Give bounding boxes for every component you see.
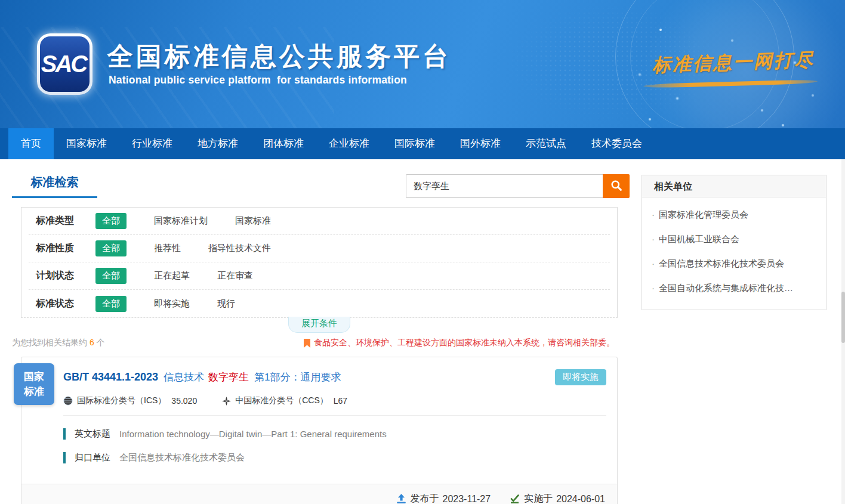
standard-code-link[interactable]: GB/T 43441.1-2023 [63,371,158,384]
nav-item[interactable]: 技术委员会 [579,128,655,159]
standard-title-text[interactable]: 信息技术 [164,370,204,384]
status-badge: 即将实施 [555,369,606,385]
filter-option[interactable]: 正在起草 [154,270,190,282]
related-units-panel: 相关单位 国家标准化管理委员会 中国机械工业联合会 全国信息技术标准化技术委员会… [642,175,827,310]
card-footer: 发布于 2023-11-27 实施于 2024-06-01 [21,484,617,504]
globe-icon [63,396,73,406]
filter-option[interactable]: 国家标准计划 [154,215,208,227]
system-notice-text: 食品安全、环境保护、工程建设方面的国家标准未纳入本系统，请咨询相关部委。 [314,338,615,348]
related-units-list: 国家标准化管理委员会 中国机械工业联合会 全国信息技术标准化技术委员会 全国自动… [642,197,826,310]
filter-label: 标准状态 [36,298,87,310]
implemented-date: 2024-06-01 [556,494,605,504]
related-unit-link[interactable]: 中国机械工业联合会 [652,227,816,252]
filter-option[interactable]: 现行 [217,298,235,310]
field-accent-bar [63,452,66,463]
page: SAC 全国标准信息公共服务平台 National public service… [0,0,845,504]
card-meta-row: 国际标准分类号（ICS） 35.020 [63,395,606,406]
search-icon [610,180,622,193]
ccs-group: 中国标准分类号（CCS） L67 [222,395,347,406]
filter-option[interactable]: 正在审查 [217,270,253,282]
result-count: 6 [90,338,94,347]
nav-item[interactable]: 企业标准 [316,128,382,159]
publish-upload-icon [396,494,406,504]
ics-group: 国际标准分类号（ICS） 35.020 [63,395,197,406]
filter-selected-badge[interactable]: 全部 [95,240,127,256]
field-accent-bar [63,428,66,440]
result-summary-suffix: 个 [97,338,105,347]
site-title: 全国标准信息公共服务平台 [107,39,451,74]
card-divider [63,415,606,416]
section-head: 标准检索 [12,174,619,206]
field-label: 英文标题 [75,428,110,440]
filter-row: 标准类型 全部 国家标准计划 国家标准 [29,208,610,235]
expand-conditions-button[interactable]: 展开条件 [288,317,350,333]
related-unit-link[interactable]: 全国信息技术标准化技术委员会 [652,252,816,276]
page-scrollbar-track[interactable] [841,159,845,504]
bookmark-icon [304,339,310,348]
implemented-label: 实施于 [524,493,553,504]
implemented-info: 实施于 2024-06-01 [510,493,605,504]
sparkle-dots-decoration [659,29,662,31]
search-input[interactable] [406,174,603,198]
filter-box: 展开条件 标准类型 全部 国家标准计划 国家标准 标准性质 全部 推荐性 指导性… [21,207,618,318]
nav-item[interactable]: 首页 [8,128,54,159]
field-row: 归口单位 全国信息技术标准化技术委员会 [63,452,606,463]
related-unit-link[interactable]: 国家标准化管理委员会 [652,203,816,227]
filter-option[interactable]: 即将实施 [154,298,190,310]
related-unit-link[interactable]: 全国自动化系统与集成标准化技… [652,276,816,301]
nav-item[interactable]: 示范试点 [513,128,579,159]
card-fields: 英文标题 Information technology—Digital twin… [63,428,606,463]
filter-row: 标准状态 全部 即将实施 现行 [29,290,610,317]
standard-result-card: 国家 标准 GB/T 43441.1-2023 信息技术 数字孪生 第1部分：通… [21,357,618,504]
filter-row: 标准性质 全部 推荐性 指导性技术文件 [29,235,610,262]
card-body: GB/T 43441.1-2023 信息技术 数字孪生 第1部分：通用要求 即将… [21,357,617,474]
nav-item[interactable]: 国际标准 [382,128,448,159]
search-box [406,174,630,206]
filter-option[interactable]: 国家标准 [235,215,271,227]
filter-label: 标准类型 [36,215,87,227]
sac-logo-inner: SAC [40,36,90,92]
filter-option[interactable]: 推荐性 [154,243,181,254]
implement-check-icon [510,494,520,504]
type-badge-line2: 标准 [24,384,44,400]
site-banner: SAC 全国标准信息公共服务平台 National public service… [0,0,845,128]
filter-label: 标准性质 [36,242,87,255]
search-button[interactable] [603,174,630,198]
filter-option[interactable]: 指导性技术文件 [208,243,271,254]
ics-value: 35.020 [171,396,197,406]
sac-logo-text: SAC [41,51,88,78]
nav-item[interactable]: 国家标准 [54,128,119,159]
standard-title-rest[interactable]: 第1部分：通用要求 [254,370,341,384]
main-column: 标准检索 展开条件 [12,174,619,504]
published-info: 发布于 2023-11-27 [396,493,491,504]
filter-selected-badge[interactable]: 全部 [95,296,127,312]
field-value: Information technology—Digital twin—Part… [119,429,387,439]
ccs-value: L67 [334,396,347,406]
nav-item[interactable]: 国外标准 [448,128,513,159]
result-summary-prefix: 为您找到相关结果约 [12,338,87,347]
field-row: 英文标题 Information technology—Digital twin… [63,428,606,440]
field-label: 归口单位 [75,452,110,463]
content: 标准检索 展开条件 [0,159,845,504]
published-label: 发布于 [411,493,439,504]
system-notice: 食品安全、环境保护、工程建设方面的国家标准未纳入本系统，请咨询相关部委。 [304,338,615,348]
main-nav: 首页 国家标准 行业标准 地方标准 团体标准 企业标准 国际标准 国外标准 示范… [0,128,845,159]
page-scrollbar-thumb[interactable] [841,292,845,343]
standard-type-badge: 国家 标准 [14,363,54,405]
card-title-row: GB/T 43441.1-2023 信息技术 数字孪生 第1部分：通用要求 即将… [63,369,606,385]
nav-item[interactable]: 地方标准 [185,128,251,159]
standard-title-highlight[interactable]: 数字孪生 [208,370,249,384]
nav-item[interactable]: 团体标准 [251,128,316,159]
published-date: 2023-11-27 [443,494,491,504]
sac-logo[interactable]: SAC [37,33,92,95]
nav-item[interactable]: 行业标准 [119,128,185,159]
filter-selected-badge[interactable]: 全部 [95,268,127,284]
related-units-title: 相关单位 [642,175,826,197]
result-summary: 为您找到相关结果约6个 [12,338,105,348]
filter-selected-badge[interactable]: 全部 [95,213,127,229]
type-badge-line1: 国家 [24,369,44,385]
section-title: 标准检索 [12,174,97,198]
filter-row: 计划状态 全部 正在起草 正在审查 [29,262,610,290]
compass-icon [222,397,231,406]
site-subtitle: National public service platform for sta… [109,74,407,86]
